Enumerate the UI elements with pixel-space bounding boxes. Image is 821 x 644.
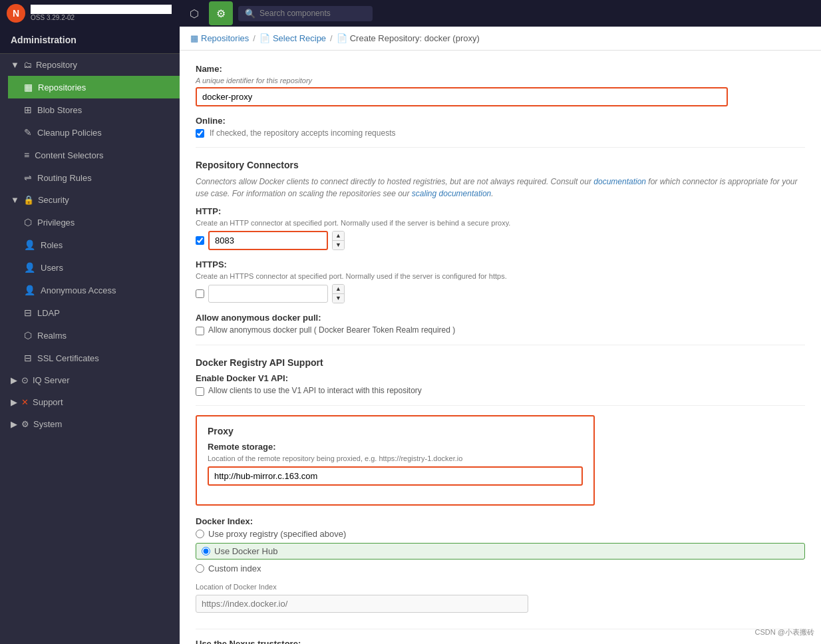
repositories-bc-icon: ▦ <box>190 33 198 43</box>
documentation-link[interactable]: documentation <box>593 177 646 186</box>
sidebar-group-header-system[interactable]: ▶ ⚙ System <box>0 413 180 435</box>
name-label: Name: <box>196 64 805 74</box>
sidebar-item-ssl-certificates[interactable]: ⊟ SSL Certificates <box>8 347 180 369</box>
docker-index-radio-proxy[interactable] <box>196 530 204 538</box>
remote-storage-label: Remote storage: <box>208 442 583 452</box>
name-input[interactable] <box>196 87 728 106</box>
browse-icon-btn[interactable]: ⬡ <box>182 1 206 25</box>
routing-rules-icon: ⇌ <box>24 172 32 183</box>
sidebar-item-label: Users <box>41 263 63 273</box>
truststore-row: Use the Nexus truststore: Use certificat… <box>196 639 805 644</box>
online-label: Online: <box>196 116 805 126</box>
breadcrumb-select-recipe[interactable]: 📄 Select Recipe <box>259 33 326 43</box>
remote-storage-input[interactable] <box>208 466 583 486</box>
create-repo-bc-icon: 📄 <box>337 33 347 43</box>
v1-api-checkbox-row: Allow clients to use the V1 API to inter… <box>196 386 805 396</box>
app-logo: N Sonatype Nexus Repository Manager OSS … <box>7 4 172 23</box>
anon-pull-checkbox-row: Allow anonymous docker pull ( Docker Bea… <box>196 325 805 335</box>
docker-index-option-proxy: Use proxy registry (specified above) <box>196 529 805 539</box>
http-checkbox[interactable] <box>196 236 204 245</box>
anon-pull-hint: Allow anonymous docker pull ( Docker Bea… <box>208 325 455 335</box>
http-port-spinner[interactable]: ▲ ▼ <box>332 231 345 250</box>
https-checkbox[interactable] <box>196 289 204 298</box>
docker-index-row: Docker Index: Use proxy registry (specif… <box>196 516 805 573</box>
scaling-link[interactable]: scaling documentation <box>412 189 491 198</box>
iq-icon: ⊙ <box>21 375 29 385</box>
https-port-spinner[interactable]: ▲ ▼ <box>332 284 345 303</box>
content-selectors-icon: ≡ <box>24 150 29 160</box>
privileges-icon: ⬡ <box>24 217 32 228</box>
docker-api-title: Docker Registry API Support <box>196 357 805 368</box>
admin-icon-btn[interactable]: ⚙ <box>209 1 233 25</box>
sidebar-group-system: ▶ ⚙ System <box>0 413 180 435</box>
v1-api-checkbox[interactable] <box>196 387 204 396</box>
docker-index-radio-hub[interactable] <box>202 547 210 556</box>
sidebar-group-header-security[interactable]: ▼ 🔒 Security <box>0 189 180 211</box>
name-hint: A unique identifier for this repository <box>196 77 805 84</box>
https-port-input[interactable] <box>208 285 328 303</box>
sidebar-item-blob-stores[interactable]: ⊞ Blob Stores <box>8 98 180 121</box>
sidebar: Administration ▼ 🗂 Repository ▦ Reposito… <box>0 27 180 644</box>
search-icon: 🔍 <box>245 9 255 19</box>
spinner-down[interactable]: ▼ <box>333 294 344 303</box>
sidebar-item-privileges[interactable]: ⬡ Privileges <box>8 211 180 234</box>
sidebar-group-header-iq[interactable]: ▶ ⊙ IQ Server <box>0 369 180 391</box>
support-icon: ✕ <box>21 397 29 407</box>
repo-group-icon: 🗂 <box>23 60 32 70</box>
chevron-right-icon: ▶ <box>11 419 17 429</box>
spinner-up[interactable]: ▲ <box>333 232 344 241</box>
online-checkbox[interactable] <box>196 129 204 138</box>
sidebar-item-repositories[interactable]: ▦ Repositories <box>8 76 180 98</box>
http-hint: Create an HTTP connector at specified po… <box>196 219 805 227</box>
sidebar-group-label: IQ Server <box>33 375 70 385</box>
sidebar-item-users[interactable]: 👤 Users <box>8 256 180 279</box>
sidebar-item-cleanup-policies[interactable]: ✎ Cleanup Policies <box>8 121 180 144</box>
spinner-up[interactable]: ▲ <box>333 285 344 294</box>
divider-2 <box>196 345 805 345</box>
divider-1 <box>196 147 805 148</box>
search-bar[interactable]: 🔍 <box>238 6 373 21</box>
proxy-section: Proxy Remote storage: Location of the re… <box>196 415 595 506</box>
spinner-down[interactable]: ▼ <box>333 241 344 249</box>
sidebar-group-header-repository[interactable]: ▼ 🗂 Repository <box>0 54 180 76</box>
chevron-right-icon: ▶ <box>11 375 17 385</box>
http-row: HTTP: Create an HTTP connector at specif… <box>196 206 805 250</box>
system-icon: ⚙ <box>21 419 29 429</box>
docker-index-option-custom: Custom index <box>196 564 805 573</box>
docker-index-hub-label: Use Docker Hub <box>214 546 277 556</box>
online-hint: If checked, the repository accepts incom… <box>210 128 395 138</box>
http-port-input[interactable] <box>208 231 328 250</box>
sidebar-item-label: Cleanup Policies <box>37 128 102 138</box>
roles-icon: 👤 <box>24 240 35 250</box>
chevron-down-icon: ▼ <box>11 60 19 70</box>
sidebar-item-routing-rules[interactable]: ⇌ Routing Rules <box>8 166 180 189</box>
sidebar-item-realms[interactable]: ⬡ Realms <box>8 324 180 347</box>
remote-storage-row: Remote storage: Location of the remote r… <box>208 442 583 486</box>
sidebar-item-label: Privileges <box>37 218 75 228</box>
sidebar-header: Administration <box>0 27 180 54</box>
sidebar-item-anonymous-access[interactable]: 👤 Anonymous Access <box>8 279 180 301</box>
sidebar-item-roles[interactable]: 👤 Roles <box>8 234 180 256</box>
chevron-down-icon: ▼ <box>11 195 19 205</box>
cleanup-policies-icon: ✎ <box>24 127 32 138</box>
repositories-icon: ▦ <box>24 82 33 92</box>
app-layout: Administration ▼ 🗂 Repository ▦ Reposito… <box>0 27 821 644</box>
anon-pull-checkbox[interactable] <box>196 327 204 335</box>
sidebar-group-header-support[interactable]: ▶ ✕ Support <box>0 391 180 413</box>
breadcrumb-repositories[interactable]: ▦ Repositories <box>190 33 249 43</box>
https-port-row: ▲ ▼ <box>196 284 805 303</box>
sidebar-item-ldap[interactable]: ⊟ LDAP <box>8 301 180 324</box>
v1-api-row: Enable Docker V1 API: Allow clients to u… <box>196 373 805 396</box>
sidebar-item-content-selectors[interactable]: ≡ Content Selectors <box>8 144 180 166</box>
name-row: Name: A unique identifier for this repos… <box>196 64 805 106</box>
custom-index-input[interactable] <box>196 595 528 613</box>
breadcrumb-current: 📄 Create Repository: docker (proxy) <box>337 33 480 43</box>
sidebar-item-label: Blob Stores <box>37 105 82 115</box>
https-hint: Create an HTTPS connector at specified p… <box>196 272 805 280</box>
http-port-row: ▲ ▼ <box>196 231 805 250</box>
sidebar-item-label: Routing Rules <box>37 173 92 183</box>
docker-index-radio-custom[interactable] <box>196 564 204 573</box>
recipe-bc-icon: 📄 <box>259 33 270 43</box>
search-input[interactable] <box>259 9 366 18</box>
anon-pull-row: Allow anonymous docker pull: Allow anony… <box>196 313 805 335</box>
